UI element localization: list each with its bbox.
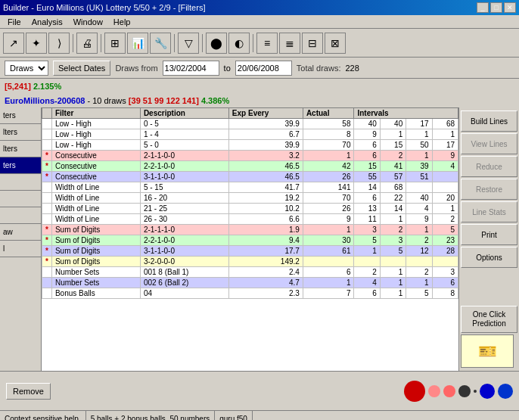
table-row[interactable]: Width of Line16 - 2019.2706224020 — [42, 193, 458, 204]
row-interval-4 — [432, 182, 458, 193]
col-header-filter — [42, 108, 52, 119]
build-lines-button[interactable]: Build Lines — [461, 110, 517, 132]
maximize-button[interactable]: □ — [490, 2, 502, 13]
date-from-input[interactable] — [163, 61, 219, 76]
menu-help[interactable]: Help — [109, 17, 135, 27]
row-star — [42, 129, 52, 140]
draw-percent: 4.386% — [201, 96, 229, 105]
toolbar-icon-ball2[interactable]: ◐ — [228, 33, 250, 54]
toolbar-icon-lines4[interactable]: ⊠ — [325, 33, 346, 54]
row-interval-4: 68 — [432, 119, 458, 129]
sidebar-item-8[interactable]: aw — [0, 224, 41, 241]
sidebar-item-9[interactable]: l — [0, 241, 41, 257]
row-description: 2-2-1-0-0 — [140, 235, 228, 246]
row-interval-1: 6 — [354, 193, 380, 204]
table-row[interactable]: Bonus Balls042.376158 — [42, 288, 458, 299]
toolbar-icon-funnel[interactable]: ▽ — [178, 33, 199, 54]
sub-info-bar: EuroMillions-200608 - 10 draws [39 51 99… — [0, 94, 519, 107]
row-interval-3: 1 — [406, 151, 432, 161]
date-separator: to — [224, 64, 231, 73]
bottom-section: Remove — [0, 371, 519, 410]
row-interval-2: 1 — [380, 288, 406, 299]
toolbar-sep-5 — [253, 34, 253, 52]
table-row[interactable]: *Sum of Digits3-2-0-0-0149.2 — [42, 257, 458, 267]
table-row[interactable]: Width of Line26 - 306.6911192 — [42, 214, 458, 225]
info-percent: 2.135% — [33, 82, 61, 91]
row-interval-2: 1 — [380, 278, 406, 288]
col-header-intervals: Intervals — [354, 108, 458, 119]
row-actual: 6 — [303, 267, 354, 278]
row-interval-3: 4 — [406, 204, 432, 214]
table-row[interactable]: Low - High5 - 039.9706155017 — [42, 140, 458, 151]
row-description: 3-2-0-0-0 — [140, 257, 228, 267]
sidebar-item-2[interactable]: lters — [0, 124, 41, 141]
row-interval-3: 51 — [406, 172, 432, 182]
sidebar-item-1[interactable]: ters — [0, 107, 41, 124]
table-row[interactable]: Low - High0 - 539.95840401768 — [42, 119, 458, 129]
row-interval-2: 5 — [380, 246, 406, 257]
minimize-button[interactable]: _ — [477, 2, 489, 13]
row-interval-3: 9 — [406, 214, 432, 225]
toolbar-icon-filter2[interactable]: 🔧 — [150, 33, 171, 54]
toolbar-icon-pointer[interactable]: ✦ — [26, 33, 47, 54]
menu-analysis[interactable]: Analysis — [27, 17, 67, 27]
sidebar-item-3[interactable]: lters — [0, 141, 41, 157]
print-button[interactable]: Print — [461, 224, 517, 245]
ball-separator — [474, 390, 477, 393]
sidebar-item-6[interactable] — [0, 191, 41, 207]
row-description: 1 - 4 — [140, 129, 228, 140]
select-dates-button[interactable]: Select Dates — [53, 61, 110, 76]
remove-button[interactable]: Remove — [6, 383, 51, 400]
status-version: guru.f50 — [215, 411, 253, 420]
row-actual: 70 — [303, 140, 354, 151]
table-row[interactable]: Number Sets002 6 (Ball 2)4.714116 — [42, 278, 458, 288]
table-row[interactable]: *Sum of Digits3-1-1-0-017.761151228 — [42, 246, 458, 257]
toolbar-icon-lines3[interactable]: ⊟ — [302, 33, 323, 54]
restore-button[interactable]: Restore — [461, 179, 517, 200]
date-to-input[interactable] — [235, 61, 292, 76]
sidebar-item-4-active[interactable]: ters — [0, 157, 41, 174]
close-button[interactable]: ✕ — [504, 2, 516, 13]
toolbar-icon-lines[interactable]: ≡ — [256, 33, 278, 54]
row-interval-2: 22 — [380, 193, 406, 204]
row-description: 001 8 (Ball 1) — [140, 267, 228, 278]
row-interval-3: 50 — [406, 140, 432, 151]
toolbar-icon-ball1[interactable]: ⬤ — [206, 33, 227, 54]
row-star: * — [42, 172, 52, 182]
toolbar-icon-chart[interactable]: 📊 — [127, 33, 148, 54]
row-interval-3: 1 — [406, 129, 432, 140]
toolbar-icon-lines2[interactable]: ≣ — [279, 33, 300, 54]
options-button[interactable]: Options — [461, 247, 517, 268]
draws-dropdown[interactable]: Draws — [5, 61, 48, 76]
table-row[interactable]: Number Sets001 8 (Ball 1)2.462123 — [42, 267, 458, 278]
one-click-prediction-button[interactable]: One Click Prediction — [461, 306, 517, 333]
row-interval-1: 40 — [354, 119, 380, 129]
sidebar-item-5[interactable] — [0, 174, 41, 191]
row-star — [42, 214, 52, 225]
table-row[interactable]: *Sum of Digits2-2-1-0-09.43053223 — [42, 235, 458, 246]
ball-6 — [498, 384, 513, 399]
sidebar-item-7[interactable] — [0, 207, 41, 224]
toolbar-icon-pointer2[interactable]: ⟩ — [48, 33, 70, 54]
menu-window[interactable]: Window — [69, 17, 107, 27]
row-star: * — [42, 235, 52, 246]
row-star — [42, 140, 52, 151]
row-interval-2: 41 — [380, 161, 406, 172]
toolbar-icon-grid[interactable]: ⊞ — [104, 33, 126, 54]
table-row[interactable]: *Consecutive2-1-1-0-03.216219 — [42, 151, 458, 161]
menu-file[interactable]: File — [3, 17, 26, 27]
table-row[interactable]: *Consecutive2-2-1-0-046.5421541394 — [42, 161, 458, 172]
table-row[interactable]: *Sum of Digits2-1-1-1-01.913215 — [42, 225, 458, 235]
table-row[interactable]: Width of Line21 - 2510.226131441 — [42, 204, 458, 214]
row-expevery: 2.4 — [228, 267, 303, 278]
line-stats-button[interactable]: Line Stats — [461, 201, 517, 222]
table-row[interactable]: *Consecutive3-1-1-0-046.526555751 — [42, 172, 458, 182]
reduce-button[interactable]: Reduce — [461, 156, 517, 177]
row-expevery: 3.2 — [228, 151, 303, 161]
view-lines-button[interactable]: View Lines — [461, 133, 517, 154]
row-star — [42, 182, 52, 193]
toolbar-icon-cursor[interactable]: ↗ — [3, 33, 24, 54]
table-row[interactable]: Low - High1 - 46.789111 — [42, 129, 458, 140]
table-row[interactable]: Width of Line5 - 1541.71411468 — [42, 182, 458, 193]
toolbar-icon-print[interactable]: 🖨 — [76, 33, 98, 54]
